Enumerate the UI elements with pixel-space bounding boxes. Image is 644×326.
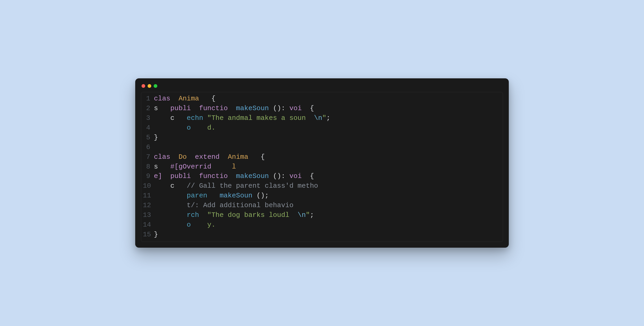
code-line[interactable]: 11 paren makeSoun (); [143, 191, 499, 201]
code-window: 1clas Anima {2s publi functio makeSoun (… [135, 78, 509, 248]
code-line[interactable]: 15} [143, 230, 499, 240]
code-editor[interactable]: 1clas Anima {2s publi functio makeSoun (… [141, 92, 503, 242]
line-number: 10 [143, 181, 154, 191]
code-text[interactable] [154, 142, 158, 152]
code-line[interactable]: 2s publi functio makeSoun (): voi { [143, 104, 499, 113]
close-icon[interactable] [142, 84, 145, 88]
code-line[interactable]: 3 c echn "The andmal makes a soun \n"; [143, 113, 499, 123]
code-line[interactable]: 13 rch "The dog barks loudl \n"; [143, 210, 499, 220]
line-number: 1 [143, 94, 154, 104]
line-number: 3 [143, 113, 154, 123]
code-line[interactable]: 14 o y. [143, 220, 499, 230]
code-text[interactable]: } [154, 133, 158, 142]
code-line[interactable]: 7clas Do extend Anima { [143, 152, 499, 162]
line-number: 8 [143, 162, 154, 172]
line-number: 9 [143, 171, 154, 181]
line-number: 7 [143, 152, 154, 162]
code-line[interactable]: 8s #[gOverrid l [143, 162, 499, 172]
code-text[interactable]: s publi functio makeSoun (): voi { [154, 104, 314, 113]
code-text[interactable]: o y. [154, 220, 215, 230]
titlebar [141, 83, 503, 92]
code-text[interactable]: clas Do extend Anima { [154, 152, 265, 162]
line-number: 11 [143, 191, 154, 201]
code-line[interactable]: 6 [143, 142, 499, 152]
line-number: 6 [143, 142, 154, 152]
line-number: 2 [143, 104, 154, 113]
minimize-icon[interactable] [148, 84, 151, 88]
code-text[interactable]: clas Anima { [154, 94, 215, 104]
line-number: 15 [143, 230, 154, 240]
code-text[interactable]: paren makeSoun (); [154, 191, 269, 201]
code-text[interactable]: c echn "The andmal makes a soun \n"; [154, 113, 330, 123]
code-line[interactable]: 5} [143, 133, 499, 142]
code-text[interactable]: c // Gall the parent class'd metho [154, 181, 318, 191]
code-line[interactable]: 1clas Anima { [143, 94, 499, 104]
code-line[interactable]: 10 c // Gall the parent class'd metho [143, 181, 499, 191]
code-text[interactable]: t/: Add additional behavio [154, 201, 294, 210]
code-text[interactable]: e] publi functio makeSoun (): voi { [154, 171, 314, 181]
code-text[interactable]: s #[gOverrid l [154, 162, 236, 172]
code-text[interactable]: rch "The dog barks loudl \n"; [154, 210, 314, 220]
code-line[interactable]: 4 o d. [143, 123, 499, 133]
line-number: 14 [143, 220, 154, 230]
code-line[interactable]: 9e] publi functio makeSoun (): voi { [143, 171, 499, 181]
line-number: 4 [143, 123, 154, 133]
code-text[interactable]: o d. [154, 123, 215, 133]
line-number: 13 [143, 210, 154, 220]
code-text[interactable]: } [154, 230, 158, 240]
line-number: 12 [143, 201, 154, 210]
zoom-icon[interactable] [154, 84, 157, 88]
line-number: 5 [143, 133, 154, 142]
code-line[interactable]: 12 t/: Add additional behavio [143, 201, 499, 210]
